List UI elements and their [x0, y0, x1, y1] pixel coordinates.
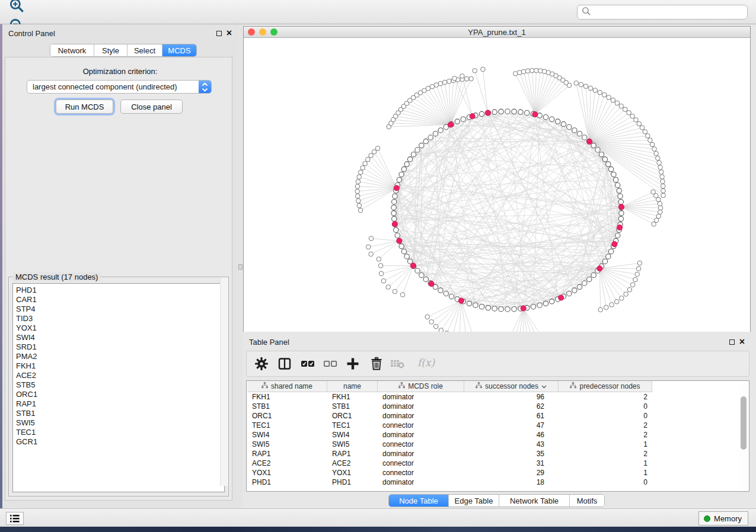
cell-name[interactable]: YOX1: [327, 468, 378, 477]
mcds-result-item[interactable]: FKH1: [16, 361, 224, 371]
panel-splitter[interactable]: [238, 24, 243, 508]
mcds-list-scrollbar[interactable]: [220, 278, 228, 486]
network-window-titlebar[interactable]: YPA_prune.txt_1: [244, 27, 750, 38]
cell-successor-nodes[interactable]: 18: [464, 477, 559, 487]
table-row[interactable]: PHD1PHD1dominator180: [247, 477, 652, 487]
table-row[interactable]: FKH1FKH1dominator962: [247, 392, 652, 402]
cell-shared-name[interactable]: PHD1: [247, 477, 327, 487]
column-header-name[interactable]: name: [327, 381, 378, 392]
table-row[interactable]: RAP1RAP1dominator352: [247, 449, 652, 459]
cell-successor-nodes[interactable]: 29: [464, 468, 559, 477]
cell-predecessor-nodes[interactable]: 2: [559, 430, 652, 440]
mcds-result-item[interactable]: TID3: [16, 314, 224, 323]
cell-MCDS-role[interactable]: dominator: [378, 392, 464, 402]
mcds-result-item[interactable]: RAP1: [16, 399, 224, 409]
tab-select[interactable]: Select: [127, 44, 162, 56]
mcds-result-item[interactable]: YOX1: [16, 323, 224, 333]
mcds-result-item[interactable]: PMA2: [16, 352, 224, 361]
table-scrollbar[interactable]: [740, 383, 747, 490]
run-mcds-button[interactable]: Run MCDS: [56, 100, 113, 114]
cell-predecessor-nodes[interactable]: 2: [559, 421, 652, 430]
splitter-handle-icon[interactable]: [238, 264, 243, 270]
cell-MCDS-role[interactable]: dominator: [378, 449, 464, 459]
zoom-in-button[interactable]: [5, 0, 28, 17]
mcds-result-item[interactable]: SWI4: [16, 333, 224, 342]
cell-MCDS-role[interactable]: connector: [378, 440, 464, 449]
mcds-result-item[interactable]: PHD1: [16, 286, 224, 295]
table-row[interactable]: ORC1ORC1dominator610: [247, 411, 652, 421]
search-box[interactable]: [577, 5, 748, 20]
table-row[interactable]: SWI4SWI4dominator462: [247, 430, 652, 440]
network-graph[interactable]: [244, 39, 750, 332]
cell-name[interactable]: TEC1: [327, 421, 378, 430]
table-row[interactable]: STB1STB1dominator620: [247, 402, 652, 411]
cell-predecessor-nodes[interactable]: 0: [559, 402, 652, 411]
mcds-result-item[interactable]: STB5: [16, 380, 224, 390]
search-input[interactable]: [591, 8, 747, 17]
cell-name[interactable]: PHD1: [327, 477, 378, 487]
tab-style[interactable]: Style: [94, 44, 127, 56]
mcds-result-item[interactable]: SRD1: [16, 342, 224, 352]
column-header-shared-name[interactable]: shared name: [247, 381, 327, 392]
close-panel-button[interactable]: Close panel: [120, 100, 183, 114]
optimization-criterion-select[interactable]: largest connected component (undirected): [27, 80, 212, 94]
split-columns-button[interactable]: [276, 356, 294, 373]
cell-predecessor-nodes[interactable]: 1: [559, 459, 652, 468]
float-window-icon[interactable]: [216, 31, 222, 36]
cell-shared-name[interactable]: ORC1: [247, 411, 327, 421]
cell-successor-nodes[interactable]: 35: [464, 449, 559, 459]
cell-name[interactable]: RAP1: [327, 449, 378, 459]
delete-button[interactable]: [368, 356, 385, 373]
close-panel-icon[interactable]: ×: [227, 30, 232, 36]
cell-predecessor-nodes[interactable]: 2: [559, 392, 652, 402]
cell-name[interactable]: SWI5: [327, 440, 378, 449]
cell-MCDS-role[interactable]: connector: [378, 459, 464, 468]
cell-successor-nodes[interactable]: 43: [464, 440, 559, 449]
cell-successor-nodes[interactable]: 31: [464, 459, 559, 468]
task-history-button[interactable]: [6, 512, 24, 525]
mcds-result-item[interactable]: STB1: [16, 409, 224, 418]
memory-button[interactable]: Memory: [698, 511, 748, 525]
cell-successor-nodes[interactable]: 62: [464, 402, 559, 411]
cell-shared-name[interactable]: FKH1: [247, 392, 327, 402]
mcds-result-list[interactable]: PHD1CAR1STP4TID3YOX1SWI4SRD1PMA2FKH1ACE2…: [12, 283, 225, 492]
cell-name[interactable]: FKH1: [327, 392, 378, 402]
select-all-button[interactable]: [299, 356, 317, 373]
cell-MCDS-role[interactable]: dominator: [378, 430, 464, 440]
mcds-result-item[interactable]: GCR1: [16, 437, 224, 447]
cell-name[interactable]: ACE2: [327, 459, 378, 468]
tab-motifs[interactable]: Motifs: [570, 495, 604, 507]
mcds-result-item[interactable]: ACE2: [16, 371, 224, 380]
cell-successor-nodes[interactable]: 47: [464, 421, 559, 430]
cell-name[interactable]: STB1: [327, 402, 378, 411]
column-header-predecessor-nodes[interactable]: predecessor nodes: [559, 381, 652, 392]
cell-shared-name[interactable]: ACE2: [247, 459, 327, 468]
float-table-panel-icon[interactable]: [729, 339, 735, 345]
mcds-result-item[interactable]: CAR1: [16, 295, 224, 305]
function-builder-button[interactable]: f(x): [417, 357, 435, 368]
column-header-successor-nodes[interactable]: successor nodes: [464, 381, 559, 392]
cell-MCDS-role[interactable]: dominator: [378, 402, 464, 411]
cell-predecessor-nodes[interactable]: 1: [559, 468, 652, 477]
gear-button[interactable]: [253, 356, 270, 373]
cell-name[interactable]: ORC1: [327, 411, 378, 421]
cell-successor-nodes[interactable]: 96: [464, 392, 559, 402]
cell-MCDS-role[interactable]: dominator: [378, 411, 464, 421]
cell-shared-name[interactable]: STB1: [247, 402, 327, 411]
tab-network[interactable]: Network: [50, 44, 94, 56]
tab-mcds[interactable]: MCDS: [162, 44, 196, 56]
clear-selection-button[interactable]: [321, 356, 339, 373]
cell-shared-name[interactable]: RAP1: [247, 449, 327, 459]
mcds-result-item[interactable]: SWI5: [16, 418, 224, 428]
cell-predecessor-nodes[interactable]: 1: [559, 440, 652, 449]
tab-edge-table[interactable]: Edge Table: [449, 495, 499, 507]
mcds-result-item[interactable]: ORC1: [16, 390, 224, 399]
mcds-result-item[interactable]: TEC1: [16, 428, 224, 437]
table-row[interactable]: SWI5SWI5connector431: [247, 440, 652, 449]
table-row[interactable]: TEC1TEC1connector472: [247, 421, 652, 430]
cell-predecessor-nodes[interactable]: 2: [559, 449, 652, 459]
close-table-panel-icon[interactable]: ×: [739, 339, 745, 345]
cell-successor-nodes[interactable]: 61: [464, 411, 559, 421]
cell-shared-name[interactable]: SWI5: [247, 440, 327, 449]
cell-shared-name[interactable]: YOX1: [247, 468, 327, 477]
